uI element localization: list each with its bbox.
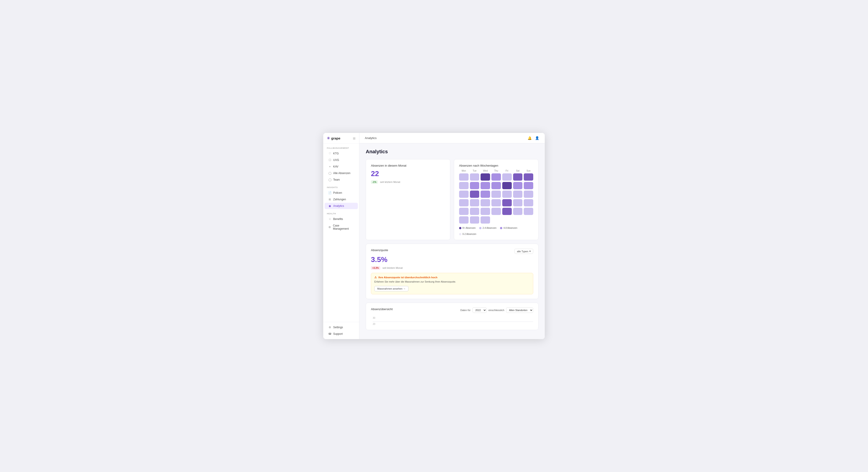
legend-label-4-8: 4-8 Absenzen — [503, 227, 517, 229]
ktg-icon: ♡ — [328, 152, 331, 155]
legend-dot-0-2 — [459, 233, 461, 235]
section-label-fallmanagement: FALLMANAGEMENT — [323, 144, 359, 150]
sidebar-item-benefits[interactable]: ☆ Benefits — [324, 216, 358, 222]
warning-title-text: Ihre Absenzquote ist überdurchschnittlic… — [378, 276, 437, 279]
sidebar-item-settings[interactable]: ⚙ Settings — [324, 324, 358, 331]
topbar-title: Analytics — [365, 136, 377, 140]
absenzquote-change: +3.3% seit letztem Monat — [371, 265, 533, 270]
location-select[interactable]: Allen Standorten — [506, 308, 533, 313]
chevron-down-icon: ▾ — [529, 250, 531, 253]
main-area: Analytics 🔔 👤 Analytics Absenzen in dies… — [360, 133, 545, 339]
card-absenzquote: Absenzquote alle Typen ▾ 3.5% +3.3% seit… — [366, 244, 538, 299]
section-label-insights: INSIGHTS — [323, 183, 359, 189]
heatmap-day-labels: Mon Tue Wed Thu Fri Sat Sun — [459, 169, 533, 172]
heatmap-cell — [491, 208, 501, 215]
legend-label-8plus: 8+ Absenzen — [463, 227, 475, 229]
sidebar-item-label: Settings — [333, 326, 343, 329]
cards-row-1: Absenzen in diesem Monat 22 -1% seit let… — [366, 159, 538, 240]
absenzuebersicht-header: Absenzübersicht Daten für 2022 2021 2020… — [371, 308, 533, 313]
chart-y-30: 30 — [373, 317, 533, 319]
dropdown-label: alle Typen — [517, 250, 528, 253]
kav-icon: ⌖ — [328, 165, 331, 168]
heatmap-cell — [470, 182, 479, 189]
policen-icon: 📄 — [328, 191, 331, 194]
sidebar-item-team[interactable]: ◯ Team — [324, 177, 358, 183]
sidebar-item-label: Benefits — [333, 217, 343, 221]
sidebar-item-label: Analytics — [333, 204, 344, 208]
uvg-icon: ☐ — [328, 158, 331, 162]
heatmap-cell — [470, 208, 479, 215]
heatmap-title: Absenzen nach Wochentagen — [459, 164, 533, 167]
support-icon: ☎ — [328, 332, 331, 336]
notification-bell-icon[interactable]: 🔔 — [528, 136, 532, 140]
topbar-actions: 🔔 👤 — [528, 136, 539, 140]
heatmap-cell — [491, 182, 501, 189]
card-heatmap: Absenzen nach Wochentagen Mon Tue Wed Th… — [454, 159, 538, 240]
absenzquote-badge: +3.3% — [371, 266, 380, 270]
heatmap-cell — [513, 199, 523, 207]
sidebar-item-label: KAV — [333, 165, 338, 168]
absenzquote-type-dropdown[interactable]: alle Typen ▾ — [515, 249, 533, 254]
sidebar-section-health: HEALTH ☆ Benefits ⚙ Case Management — [323, 209, 359, 232]
layout-toggle-icon[interactable]: ⊞ — [353, 136, 355, 140]
heatmap-cell — [470, 174, 479, 181]
massnahmen-button[interactable]: Massnahmen ansehen → — [374, 286, 408, 291]
heatmap-cell — [524, 199, 533, 207]
legend-dot-2-4 — [479, 227, 482, 229]
heatmap-cell — [513, 208, 523, 215]
heatmap-cell — [491, 216, 501, 224]
heatmap-cell — [502, 174, 512, 181]
sidebar-item-ktg[interactable]: ♡ KTG — [324, 150, 358, 157]
heatmap-grid — [459, 174, 533, 224]
content-area: Analytics Absenzen in diesem Monat 22 -1… — [360, 143, 545, 339]
app-window: ✳ grape ⊞ FALLMANAGEMENT ♡ KTG ☐ UVG ⌖ K… — [323, 133, 545, 339]
heatmap-cell — [470, 191, 479, 198]
day-label-wed: Wed — [480, 169, 490, 172]
filter-label: Daten für — [460, 309, 470, 312]
analytics-icon: ◉ — [328, 204, 331, 208]
legend-label-0-2: 0-2 Absenzen — [463, 233, 476, 235]
card-absenzuebersicht: Absenzübersicht Daten für 2022 2021 2020… — [366, 303, 538, 330]
heatmap-cell — [480, 208, 490, 215]
heatmap-cell — [524, 208, 533, 215]
heatmap-cell — [470, 199, 479, 207]
filter-row: Daten für 2022 2021 2020 einschliesslich… — [460, 308, 533, 313]
heatmap-cell — [459, 174, 469, 181]
heatmap-cell — [459, 208, 469, 215]
heatmap-cell — [459, 199, 469, 207]
logo: ✳ grape — [327, 136, 340, 140]
day-label-sat: Sat — [513, 169, 523, 172]
row-absenzquote: Absenzquote alle Typen ▾ 3.5% +3.3% seit… — [366, 244, 538, 299]
day-label-sun: Sun — [524, 169, 533, 172]
user-avatar-icon[interactable]: 👤 — [535, 136, 539, 140]
sidebar-item-zahlungen[interactable]: ⊞ Zahlungen — [324, 196, 358, 202]
sidebar-item-kav[interactable]: ⌖ KAV — [324, 163, 358, 170]
sidebar-item-case-management[interactable]: ⚙ Case Management — [324, 222, 358, 232]
absenzen-monat-value: 22 — [371, 169, 445, 178]
sidebar: ✳ grape ⊞ FALLMANAGEMENT ♡ KTG ☐ UVG ⌖ K… — [323, 133, 360, 339]
heatmap-cell — [491, 199, 501, 207]
heatmap-cell — [480, 191, 490, 198]
day-label-tue: Tue — [470, 169, 479, 172]
sidebar-item-label: Policen — [333, 191, 342, 194]
zahlungen-icon: ⊞ — [328, 198, 331, 201]
sidebar-item-policen[interactable]: 📄 Policen — [324, 190, 358, 196]
heatmap-cell — [502, 199, 512, 207]
legend-2-4: 2-4 Absenzen — [479, 227, 496, 229]
sidebar-item-support[interactable]: ☎ Support — [324, 331, 358, 337]
sidebar-item-label: Alle Absenzen — [333, 171, 350, 175]
team-icon: ◯ — [328, 178, 331, 181]
heatmap-cell — [513, 191, 523, 198]
sidebar-item-alle-absenzen[interactable]: ◯ Alle Absenzen — [324, 170, 358, 176]
absenzquote-header: Absenzquote alle Typen ▾ — [371, 248, 533, 254]
legend-4-8: 4-8 Absenzen — [500, 227, 517, 229]
sidebar-item-label: Team — [333, 178, 340, 181]
legend-dot-8plus — [459, 227, 461, 229]
year-select[interactable]: 2022 2021 2020 — [472, 308, 487, 313]
sidebar-item-uvg[interactable]: ☐ UVG — [324, 157, 358, 163]
heatmap-cell — [480, 182, 490, 189]
heatmap-cell — [480, 199, 490, 207]
sidebar-item-analytics[interactable]: ◉ Analytics — [324, 203, 358, 209]
legend-dot-4-8 — [500, 227, 502, 229]
sidebar-item-label: Support — [333, 332, 343, 336]
